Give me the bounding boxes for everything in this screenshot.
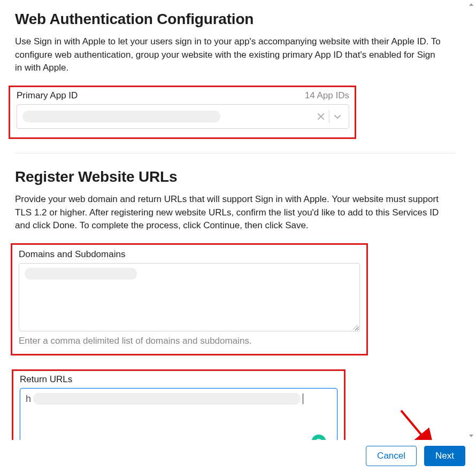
chevron-down-icon[interactable] (329, 109, 346, 125)
scroll-up-icon[interactable] (466, 0, 476, 10)
divider (15, 153, 456, 153)
web-auth-heading: Web Authentication Configuration (15, 11, 456, 28)
domains-helper: Enter a comma delimited list of domains … (19, 336, 360, 346)
content: Web Authentication Configuration Use Sig… (0, 0, 471, 440)
web-auth-description: Use Sign in with Apple to let your users… (15, 35, 443, 75)
return-urls-textarea[interactable]: h (20, 388, 337, 440)
primary-app-id-count: 14 App IDs (305, 90, 349, 101)
return-urls-label: Return URLs (20, 374, 337, 385)
caret-end (303, 393, 303, 404)
next-button[interactable]: Next (424, 446, 465, 466)
register-urls-description: Provide your web domain and return URLs … (15, 193, 443, 233)
register-urls-heading: Register Website URLs (15, 168, 456, 185)
domains-label: Domains and Subdomains (19, 249, 360, 260)
resize-handle[interactable] (351, 322, 358, 330)
primary-app-id-select[interactable] (17, 104, 349, 129)
dialog-footer: Cancel Next (0, 440, 476, 472)
clear-icon[interactable] (313, 109, 329, 125)
primary-app-id-value-redacted (22, 111, 220, 122)
modal-viewport: Web Authentication Configuration Use Sig… (0, 0, 476, 472)
domains-value-redacted (25, 268, 137, 280)
cancel-button[interactable]: Cancel (366, 446, 417, 466)
caret: h (26, 393, 31, 404)
primary-app-id-label: Primary App ID (17, 90, 78, 101)
scroll-area[interactable]: Web Authentication Configuration Use Sig… (0, 0, 471, 440)
domains-textarea[interactable] (19, 263, 360, 331)
domains-highlight: Domains and Subdomains Enter a comma del… (11, 243, 368, 355)
return-urls-value-redacted (33, 393, 301, 405)
scroll-down-icon[interactable] (466, 431, 476, 440)
return-urls-highlight: Return URLs h Enter a comma delimited li… (12, 369, 346, 440)
primary-app-id-highlight: Primary App ID 14 App IDs (9, 86, 356, 139)
